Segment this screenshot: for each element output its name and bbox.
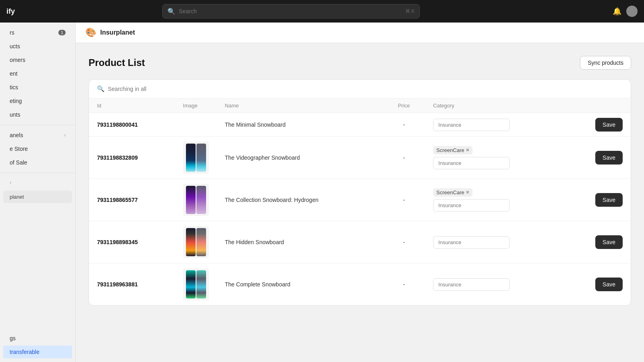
- snowboard-graphic: [186, 270, 196, 298]
- snowboard-graphic-2: [196, 228, 206, 256]
- category-container: [433, 119, 557, 131]
- sidebar-item-label: unts: [10, 111, 20, 118]
- snowboard-graphic: [186, 228, 196, 256]
- product-image: [183, 226, 209, 258]
- save-button[interactable]: Save: [595, 235, 623, 249]
- remove-tag-button[interactable]: ✕: [466, 190, 469, 195]
- search-icon: 🔍: [167, 8, 175, 15]
- product-name-cell: The Complete Snowboard: [217, 263, 383, 306]
- sidebar-item-products[interactable]: ucts: [3, 40, 72, 53]
- product-image: [183, 268, 209, 300]
- category-tag: ScreenCare✕: [433, 188, 473, 197]
- sidebar-item-content[interactable]: ent: [3, 67, 72, 80]
- table-header-row: Id Image Name Price Category: [89, 99, 631, 113]
- chevron-left-icon: ‹: [10, 180, 11, 185]
- notification-icon[interactable]: 🔔: [613, 7, 621, 16]
- product-image-cell: [175, 137, 217, 179]
- category-input[interactable]: [433, 236, 510, 249]
- product-id-cell: 7931198963881: [89, 263, 175, 306]
- sidebar-item-label: e Store: [10, 146, 28, 152]
- table-row: 7931198865577The Collection Snowboard: H…: [89, 179, 631, 221]
- product-id-cell: 7931198865577: [89, 179, 175, 221]
- orders-badge: 1: [58, 30, 66, 35]
- table-row: 7931198832809The Videographer Snowboard-…: [89, 137, 631, 179]
- product-price-cell: -: [383, 221, 425, 263]
- product-action-cell: Save: [565, 221, 631, 263]
- sidebar-item-settings[interactable]: gs: [3, 332, 72, 345]
- store-header: 🎨 Insurplanet: [76, 23, 644, 43]
- product-search-input[interactable]: [108, 86, 623, 92]
- product-category-cell: [425, 263, 565, 306]
- save-button[interactable]: Save: [595, 118, 623, 132]
- product-action-cell: Save: [565, 179, 631, 221]
- save-button[interactable]: Save: [595, 278, 623, 291]
- sidebar-item-label: eting: [10, 98, 22, 104]
- product-id: 7931198865577: [97, 197, 138, 203]
- product-id-cell: 7931198832809: [89, 137, 175, 179]
- save-button[interactable]: Save: [595, 151, 623, 165]
- snowboard-graphic: [186, 144, 196, 172]
- sidebar-item-channels[interactable]: anels ›: [3, 129, 72, 142]
- avatar[interactable]: [626, 6, 638, 17]
- snowboard-graphic-2: [196, 186, 206, 214]
- product-search-bar[interactable]: 🔍: [89, 80, 631, 99]
- sidebar-item-marketing[interactable]: eting: [3, 95, 72, 107]
- search-shortcut: ⌘ K: [405, 8, 415, 14]
- product-action-cell: Save: [565, 263, 631, 306]
- sidebar-item-orders[interactable]: rs 1: [3, 26, 72, 39]
- content-area: 🎨 Insurplanet Product List Sync products…: [76, 23, 644, 362]
- main-layout: rs 1 ucts omers ent tics eting unts anel…: [0, 23, 644, 362]
- sidebar-item-label: gs: [10, 335, 16, 341]
- col-action: [565, 99, 631, 113]
- category-input[interactable]: [433, 199, 510, 212]
- col-image: Image: [175, 99, 217, 113]
- page-content: Product List Sync products 🔍 Id Image: [76, 43, 644, 362]
- category-input[interactable]: [433, 278, 510, 291]
- product-price-cell: -: [383, 113, 425, 137]
- product-image: [183, 142, 209, 174]
- col-name: Name: [217, 99, 383, 113]
- product-action-cell: Save: [565, 137, 631, 179]
- col-category: Category: [425, 99, 565, 113]
- product-price-cell: -: [383, 263, 425, 306]
- category-input[interactable]: [433, 119, 510, 131]
- search-bar[interactable]: 🔍 ⌘ K: [162, 4, 420, 19]
- product-price-cell: -: [383, 137, 425, 179]
- product-id-cell: 7931198800041: [89, 113, 175, 137]
- table-row: 7931198898345The Hidden Snowboard-Save: [89, 221, 631, 263]
- sidebar-item-non-transferable[interactable]: transferable: [3, 346, 72, 358]
- tag-label: ScreenCare: [436, 189, 464, 195]
- product-id: 7931198898345: [97, 239, 138, 245]
- product-category-cell: ScreenCare✕: [425, 137, 565, 179]
- search-input[interactable]: [179, 8, 402, 14]
- product-name-cell: The Collection Snowboard: Hydrogen: [217, 179, 383, 221]
- product-id: 7931198800041: [97, 121, 138, 128]
- sync-products-button[interactable]: Sync products: [580, 56, 631, 70]
- product-id-cell: 7931198898345: [89, 221, 175, 263]
- product-table: Id Image Name Price Category 79311988000…: [89, 99, 631, 305]
- sidebar-item-pos[interactable]: of Sale: [3, 156, 72, 169]
- category-container: [433, 236, 557, 249]
- col-id: Id: [89, 99, 175, 113]
- save-button[interactable]: Save: [595, 193, 623, 207]
- store-icon: 🎨: [85, 27, 96, 38]
- category-input[interactable]: [433, 157, 510, 169]
- sidebar-item-label: transferable: [10, 349, 39, 355]
- table-row: 7931198800041The Minimal Snowboard-Save: [89, 113, 631, 137]
- sidebar-item-discounts[interactable]: unts: [3, 108, 72, 121]
- sidebar-item-customers[interactable]: omers: [3, 53, 72, 66]
- remove-tag-button[interactable]: ✕: [466, 148, 469, 153]
- product-name-cell: The Minimal Snowboard: [217, 113, 383, 137]
- product-category-cell: ScreenCare✕: [425, 179, 565, 221]
- sidebar-item-collapse[interactable]: ‹: [3, 177, 72, 189]
- sidebar-divider: [0, 125, 75, 125]
- topbar-right: 🔔: [613, 6, 638, 17]
- product-name-cell: The Videographer Snowboard: [217, 137, 383, 179]
- sidebar-item-label: rs: [10, 29, 14, 36]
- category-container: [433, 278, 557, 291]
- sidebar-item-analytics[interactable]: tics: [3, 81, 72, 94]
- sidebar-item-online-store[interactable]: e Store: [3, 142, 72, 155]
- page-title: Product List: [89, 57, 145, 68]
- category-tag: ScreenCare✕: [433, 146, 473, 154]
- product-price-cell: -: [383, 179, 425, 221]
